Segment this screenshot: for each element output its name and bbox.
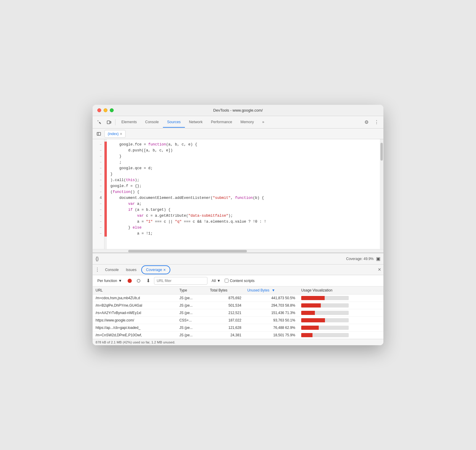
tab-performance[interactable]: Performance: [207, 117, 237, 128]
tab-memory[interactable]: Memory: [236, 117, 258, 128]
code-line: (function() {: [110, 189, 380, 195]
close-button[interactable]: [97, 108, 101, 112]
table-row[interactable]: https://ap.../cb=gapi.loaded_ JS (pe... …: [93, 324, 383, 332]
cell-unused-bytes: 151,436 71.3%: [244, 309, 298, 317]
line-num: –: [93, 183, 104, 189]
usage-used-bar: [301, 303, 321, 308]
tab-console[interactable]: Console: [141, 117, 163, 128]
scrollbar-thumb[interactable]: [380, 143, 383, 161]
col-type[interactable]: Type: [176, 286, 207, 294]
tab-console-bottom[interactable]: Console: [101, 265, 122, 274]
line-num: –: [93, 231, 104, 237]
svg-rect-0: [98, 121, 98, 121]
cell-url: https://ap.../cb=gapi.loaded_: [93, 324, 176, 332]
line-num: –: [93, 165, 104, 171]
tab-more[interactable]: »: [258, 117, 268, 128]
file-tab[interactable]: (index) ×: [104, 130, 126, 138]
col-total-bytes[interactable]: Total Bytes: [207, 286, 245, 294]
minimize-button[interactable]: [104, 108, 107, 112]
bottom-toolbar: {} Coverage: 49.9% ▣: [93, 253, 383, 264]
traffic-lights: [97, 108, 114, 112]
status-bar-text: 878 kB of 2.1 MB (42%) used so far, 1.2 …: [96, 340, 175, 344]
svg-rect-4: [110, 121, 111, 123]
download-button[interactable]: ⬇: [144, 277, 152, 285]
coverage-bar-col: [104, 139, 107, 249]
tab-list: Elements Console Sources Network Perform…: [117, 117, 361, 128]
table-row[interactable]: /m=B2qlPe,DhPYme,GU4Gal JS (pe... 501,53…: [93, 302, 383, 309]
svg-rect-5: [97, 132, 101, 135]
tabs-bar: ⋮ Console Issues Coverage × ×: [93, 264, 383, 275]
content-scripts-checkbox[interactable]: [225, 279, 229, 283]
tab-sources[interactable]: Sources: [163, 117, 185, 128]
record-button[interactable]: [126, 277, 133, 284]
line-num: 4: [93, 195, 104, 201]
cell-usage-viz: [298, 332, 383, 339]
content-scripts-text: Content scripts: [230, 279, 254, 283]
close-panel-button[interactable]: ×: [378, 267, 381, 273]
col-usage-viz[interactable]: Usage Visualization: [298, 286, 383, 294]
cell-total-bytes: 24,381: [207, 332, 245, 339]
table-row[interactable]: https://www.google.com/ CSS+... 187,022 …: [93, 317, 383, 324]
stop-button[interactable]: [135, 277, 142, 284]
code-line: if (a = b.target) {: [110, 207, 380, 213]
coverage-percent-label: Coverage: 49.9%: [346, 257, 374, 261]
content-scripts-label[interactable]: Content scripts: [225, 279, 254, 283]
usage-bar: [301, 326, 349, 330]
table-row[interactable]: /m=CnSW2d,DPreE,P10Owf, JS (pe... 24,381…: [93, 332, 383, 339]
code-lines[interactable]: google.fce = function(a, b, c, e) { d.pu…: [107, 139, 380, 249]
code-line: var c = a.getAttribute("data-submitfalse…: [110, 213, 380, 219]
coverage-table-wrapper: URL Type Total Bytes Unused Bytes ▼ Usag…: [93, 286, 383, 339]
more-options-icon[interactable]: ⋮: [372, 118, 381, 127]
per-function-button[interactable]: Per function ▼: [95, 278, 124, 284]
settings-icon[interactable]: ⚙: [362, 118, 371, 127]
tab-elements[interactable]: Elements: [117, 117, 141, 128]
h-scrollbar-thumb[interactable]: [128, 250, 247, 252]
braces-icon[interactable]: {}: [96, 256, 99, 262]
dropdown-arrow-icon: ▼: [118, 279, 122, 283]
usage-bar: [301, 303, 349, 308]
tab-issues-bottom[interactable]: Issues: [122, 265, 140, 274]
toolbar-divider: [115, 119, 115, 125]
coverage-tab-label: Coverage: [146, 268, 162, 272]
horizontal-scrollbar[interactable]: [93, 249, 383, 253]
cell-type: JS (pe...: [176, 324, 207, 332]
more-tabs-icon[interactable]: ⋮: [95, 267, 100, 272]
usage-used-bar: [301, 311, 315, 315]
svg-rect-1: [98, 121, 99, 121]
table-row[interactable]: /m=cdos,hsm,jsa,mb4ZUb,d JS (pe... 875,6…: [93, 294, 383, 302]
col-unused-bytes[interactable]: Unused Bytes ▼: [244, 286, 298, 294]
screenshot-icon[interactable]: ▣: [376, 256, 380, 262]
code-line: ;: [110, 159, 380, 165]
inspect-element-icon[interactable]: [95, 118, 104, 127]
stop-icon: [137, 279, 140, 283]
line-num: –: [93, 159, 104, 165]
file-tab-close-icon[interactable]: ×: [120, 131, 122, 136]
all-dropdown-arrow: ▼: [217, 279, 220, 283]
code-line: document.documentElement.addEventListene…: [110, 195, 380, 201]
col-url[interactable]: URL: [93, 286, 176, 294]
svg-rect-2: [98, 121, 98, 121]
usage-used-bar: [301, 296, 325, 300]
cell-usage-viz: [298, 302, 383, 309]
toggle-sidebar-icon[interactable]: [95, 130, 103, 138]
all-dropdown-button[interactable]: All ▼: [209, 278, 223, 284]
cell-type: JS (pe...: [176, 332, 207, 339]
line-num: –: [93, 171, 104, 177]
coverage-tab-close-icon[interactable]: ×: [163, 267, 166, 272]
url-filter-input[interactable]: [154, 277, 207, 285]
devtools-window: DevTools - www.google.com/ Elements Cons…: [93, 105, 383, 345]
tab-coverage-bottom[interactable]: Coverage ×: [141, 265, 170, 274]
maximize-button[interactable]: [110, 108, 114, 112]
coverage-segment: [104, 142, 107, 237]
usage-used-bar: [301, 326, 319, 330]
tab-network[interactable]: Network: [185, 117, 207, 128]
line-num: –: [93, 201, 104, 207]
table-row[interactable]: /rs=AA2YrTvBynad-nWEy1xl JS (pe... 212,5…: [93, 309, 383, 317]
line-num: –: [93, 213, 104, 219]
line-num: –: [93, 225, 104, 231]
vertical-scrollbar[interactable]: [380, 139, 383, 249]
code-line: }: [110, 171, 380, 177]
cell-url: /m=B2qlPe,DhPYme,GU4Gal: [93, 302, 176, 309]
device-toolbar-icon[interactable]: [104, 118, 113, 127]
line-num: –: [93, 148, 104, 153]
